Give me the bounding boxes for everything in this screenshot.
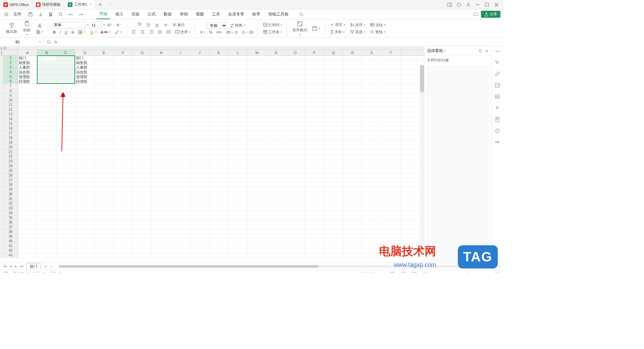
- cell[interactable]: [324, 248, 343, 253]
- cell[interactable]: [381, 159, 400, 163]
- cell[interactable]: [362, 192, 381, 196]
- cell[interactable]: [114, 145, 133, 149]
- cell[interactable]: [286, 234, 305, 239]
- cell[interactable]: [209, 178, 228, 182]
- cell[interactable]: [267, 253, 286, 257]
- cell[interactable]: [75, 187, 95, 192]
- find-button[interactable]: 查找: [369, 29, 387, 35]
- cell[interactable]: [190, 164, 209, 168]
- cell[interactable]: [171, 220, 190, 225]
- cell[interactable]: [248, 74, 267, 79]
- cell[interactable]: [362, 253, 381, 257]
- cell[interactable]: [248, 159, 267, 163]
- cell[interactable]: [228, 197, 248, 201]
- cell[interactable]: [37, 183, 56, 187]
- cell[interactable]: [228, 145, 248, 149]
- sheet-next-button[interactable]: ▸: [14, 264, 18, 268]
- cell[interactable]: [324, 145, 343, 149]
- cell[interactable]: [114, 126, 133, 131]
- align-middle-button[interactable]: [145, 22, 152, 28]
- cell[interactable]: [190, 74, 209, 79]
- cell[interactable]: [305, 206, 324, 210]
- workbook-tab[interactable]: S 工作簿1 •: [64, 0, 95, 9]
- cell[interactable]: [95, 84, 114, 88]
- cell[interactable]: [381, 187, 400, 192]
- cell[interactable]: [381, 70, 400, 74]
- cell[interactable]: [267, 154, 286, 159]
- cell[interactable]: [248, 192, 267, 196]
- cell[interactable]: [75, 98, 95, 102]
- filter-button[interactable]: 筛选: [348, 29, 367, 35]
- cell[interactable]: [324, 201, 343, 206]
- cell[interactable]: [190, 150, 209, 154]
- cell[interactable]: [171, 117, 190, 121]
- cell[interactable]: [381, 79, 400, 84]
- row-header[interactable]: 37: [3, 225, 18, 230]
- cell[interactable]: [209, 98, 228, 102]
- cell[interactable]: [152, 234, 171, 239]
- cell[interactable]: [75, 145, 95, 149]
- print-preview-icon[interactable]: [57, 11, 64, 18]
- cell[interactable]: [286, 121, 305, 126]
- cell[interactable]: [56, 84, 75, 88]
- cell[interactable]: [95, 206, 114, 210]
- cell[interactable]: [286, 112, 305, 116]
- cell[interactable]: [362, 56, 381, 60]
- cell[interactable]: [37, 145, 56, 149]
- cell[interactable]: [171, 65, 190, 69]
- cell[interactable]: [190, 89, 209, 93]
- cell[interactable]: [18, 173, 37, 178]
- cell[interactable]: [228, 206, 248, 210]
- cell[interactable]: [381, 126, 400, 131]
- cell[interactable]: [56, 60, 75, 65]
- cell[interactable]: [343, 140, 362, 145]
- cell[interactable]: [171, 173, 190, 178]
- cell[interactable]: [95, 154, 114, 159]
- cell[interactable]: [56, 253, 75, 257]
- cell[interactable]: [114, 117, 133, 121]
- cell[interactable]: [133, 178, 152, 182]
- cell[interactable]: [248, 126, 267, 131]
- cell[interactable]: [305, 239, 324, 243]
- cell[interactable]: [324, 211, 343, 215]
- cell[interactable]: [133, 253, 152, 257]
- cell[interactable]: [305, 244, 324, 248]
- cell[interactable]: [267, 145, 286, 149]
- column-header[interactable]: S: [362, 50, 381, 55]
- cell[interactable]: [305, 89, 324, 93]
- cell[interactable]: [152, 112, 171, 116]
- cell[interactable]: [56, 197, 75, 201]
- increase-font-button[interactable]: A⁺: [106, 22, 114, 28]
- cell[interactable]: [324, 225, 343, 229]
- cell[interactable]: [190, 140, 209, 145]
- cell[interactable]: [171, 178, 190, 182]
- cell[interactable]: [381, 121, 400, 126]
- cell[interactable]: [190, 230, 209, 234]
- cell[interactable]: [267, 244, 286, 248]
- cell[interactable]: [248, 56, 267, 60]
- cell[interactable]: [37, 164, 56, 168]
- cell[interactable]: [286, 60, 305, 65]
- cell[interactable]: 人事部: [75, 65, 95, 69]
- cell[interactable]: [152, 248, 171, 253]
- name-box-input[interactable]: [3, 40, 33, 44]
- cell[interactable]: 经理部: [75, 79, 95, 84]
- cell[interactable]: [305, 136, 324, 140]
- cell[interactable]: [18, 220, 37, 225]
- sum-button[interactable]: Σ求和: [329, 29, 346, 35]
- cell[interactable]: [95, 178, 114, 182]
- cell[interactable]: [381, 230, 400, 234]
- cell[interactable]: [75, 112, 95, 116]
- cell[interactable]: [248, 168, 267, 173]
- cell[interactable]: [95, 225, 114, 229]
- cell[interactable]: [95, 117, 114, 121]
- cell[interactable]: [133, 164, 152, 168]
- cell[interactable]: [343, 103, 362, 107]
- cell[interactable]: [324, 215, 343, 220]
- cell[interactable]: [56, 225, 75, 229]
- cell[interactable]: [362, 197, 381, 201]
- cell[interactable]: [37, 178, 56, 182]
- cell[interactable]: [209, 131, 228, 135]
- cell[interactable]: [324, 220, 343, 225]
- cell[interactable]: [343, 117, 362, 121]
